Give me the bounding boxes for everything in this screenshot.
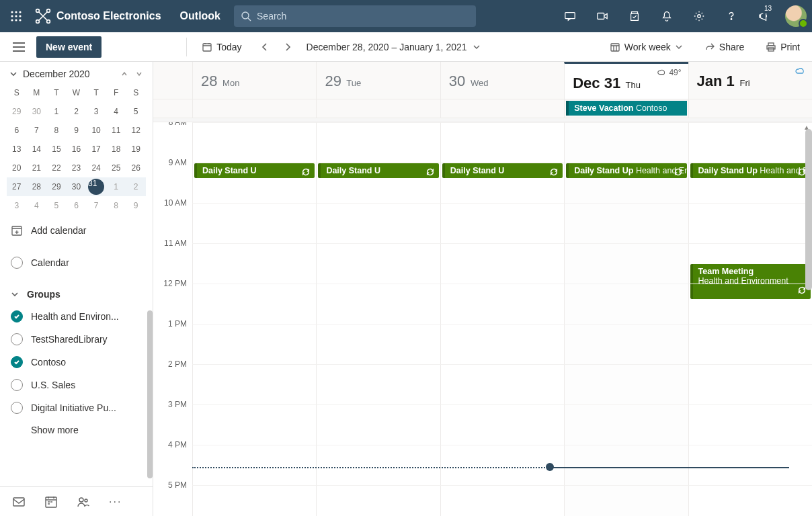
mini-day-cell[interactable]: 7 [86,196,106,215]
group-checkbox[interactable] [11,356,23,368]
help-icon[interactable] [717,0,746,32]
day-column-header[interactable]: 30 Wed [440,62,564,99]
day-column-header[interactable]: Jan 1 Fri [688,62,812,99]
share-button[interactable]: Share [700,39,748,55]
time-cell[interactable] [316,445,440,485]
time-cell[interactable] [564,122,688,163]
time-cell[interactable] [316,324,440,364]
sidebar-scrollbar[interactable] [147,310,153,478]
add-calendar-button[interactable]: Add calendar [0,219,153,242]
weather-indicator[interactable] [795,66,805,77]
mini-day-cell[interactable]: 2 [126,177,146,196]
mini-day-cell[interactable]: 2 [67,102,87,121]
mini-day-cell[interactable]: 6 [7,121,27,140]
mini-day-cell[interactable]: 28 [27,177,47,196]
next-week-button[interactable] [282,42,293,52]
app-launcher-icon[interactable] [5,5,27,27]
mini-day-cell[interactable]: 14 [27,140,47,159]
mini-day-cell[interactable]: 7 [27,121,47,140]
mini-day-cell[interactable]: 27 [7,177,27,196]
mini-day-cell[interactable]: 16 [67,140,87,159]
notifications-icon[interactable] [652,0,682,32]
allday-event[interactable]: Steve Vacation Contoso [566,101,686,116]
time-cell[interactable] [688,445,812,485]
mini-day-cell[interactable]: 8 [46,121,67,140]
mini-day-cell[interactable]: 5 [126,102,146,121]
more-modules-icon[interactable]: ··· [109,496,122,508]
time-cell[interactable] [688,364,812,404]
mini-day-cell[interactable]: 22 [46,159,67,177]
mini-day-cell[interactable]: 10 [86,121,106,140]
teams-chat-icon[interactable] [555,0,585,32]
time-cell[interactable] [192,243,316,284]
mini-day-cell[interactable]: 3 [86,102,106,121]
mini-day-cell[interactable]: 31 [86,177,106,196]
app-name[interactable]: Outlook [180,10,220,22]
day-column-header[interactable]: Dec 31 Thu49° [564,62,688,99]
mini-day-cell[interactable]: 12 [126,121,146,140]
time-cell[interactable]: Team MeetingHealth and Environment [688,243,812,284]
time-cell[interactable] [564,243,688,284]
time-cell[interactable] [564,324,688,364]
group-item[interactable]: Health and Environ... [0,305,153,328]
time-cell[interactable] [688,203,812,243]
time-cell[interactable] [192,485,316,516]
time-cell[interactable]: Daily Stand U [192,163,316,203]
calendar-module-icon[interactable] [44,495,58,509]
time-cell[interactable] [564,404,688,445]
mini-month-label[interactable]: December 2020 [23,69,90,79]
search-box[interactable] [234,5,476,27]
time-cell[interactable] [192,445,316,485]
people-module-icon[interactable] [77,495,90,509]
mini-day-cell[interactable]: 9 [67,121,87,140]
time-cell[interactable] [192,364,316,404]
mini-day-cell[interactable]: 15 [46,140,67,159]
day-column-header[interactable]: 29 Tue [316,62,440,99]
time-grid[interactable]: 8 AM9 AMDaily Stand UDaily Stand UDaily … [153,122,812,516]
time-cell[interactable] [192,122,316,163]
time-cell[interactable] [564,364,688,404]
tasks-icon[interactable] [620,0,649,32]
mini-day-cell[interactable]: 4 [106,102,126,121]
time-cell[interactable] [440,404,564,445]
mini-day-cell[interactable]: 23 [67,159,87,177]
time-cell[interactable] [316,284,440,324]
print-button[interactable]: Print [762,39,804,55]
search-input[interactable] [257,11,469,22]
time-cell[interactable] [688,404,812,445]
mini-day-cell[interactable]: 11 [106,121,126,140]
time-cell[interactable] [440,243,564,284]
time-cell[interactable] [688,122,812,163]
mini-day-cell[interactable]: 24 [86,159,106,177]
group-item[interactable]: Contoso [0,351,153,374]
today-button[interactable]: Today [198,39,245,55]
group-item[interactable]: TestSharedLibrary [0,328,153,351]
group-checkbox[interactable] [11,333,23,345]
calendar-event[interactable]: Daily Stand U [442,163,563,178]
time-cell[interactable] [688,284,812,324]
groups-section-header[interactable]: Groups [0,284,153,305]
mini-prev-month[interactable] [120,70,128,78]
time-cell[interactable] [440,284,564,324]
time-cell[interactable] [688,324,812,364]
mini-day-cell[interactable]: 29 [46,177,67,196]
time-cell[interactable] [564,203,688,243]
show-more-button[interactable]: Show more [0,419,153,441]
mini-day-cell[interactable]: 18 [106,140,126,159]
calendar-event[interactable]: Daily Stand Up Health and Environment [566,163,686,178]
announcement-icon[interactable]: 13 [749,0,778,32]
calendar-scrollbar[interactable] [805,129,812,290]
time-cell[interactable]: Daily Stand Up Health and Environment [564,163,688,203]
mail-module-icon[interactable] [12,495,26,509]
new-event-button[interactable]: New event [36,36,102,58]
time-cell[interactable]: Daily Stand U [440,163,564,203]
date-range-picker[interactable]: December 28, 2020 – January 1, 2021 [307,42,481,52]
calendar-event[interactable]: Daily Stand U [318,163,438,178]
mini-day-cell[interactable]: 5 [46,196,67,215]
calendar-item[interactable]: Calendar [0,251,153,274]
time-cell[interactable] [564,445,688,485]
mini-day-cell[interactable]: 19 [126,140,146,159]
time-cell[interactable] [440,485,564,516]
mini-day-cell[interactable]: 1 [106,177,126,196]
time-cell[interactable] [564,284,688,324]
